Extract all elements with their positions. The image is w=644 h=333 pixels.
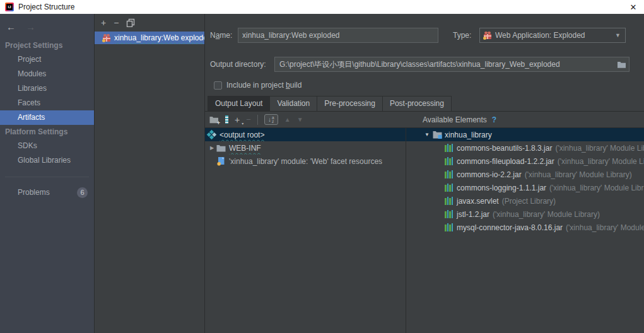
- library-icon: [445, 157, 453, 165]
- output-directory-label: Output directory:: [205, 60, 274, 69]
- close-icon[interactable]: ✕: [628, 1, 639, 13]
- section-platform-settings: Platform Settings: [0, 125, 94, 139]
- sidebar-item-problems[interactable]: Problems 6: [0, 185, 94, 200]
- include-in-build-label: Include in project build: [226, 81, 302, 90]
- jar-name: javax.servlet: [457, 197, 499, 206]
- sidebar-item-artifacts[interactable]: Artifacts: [0, 110, 94, 125]
- move-up-icon: ▲: [284, 116, 291, 123]
- jar-name: commons-beanutils-1.8.3.jar: [457, 144, 552, 153]
- forward-icon: →: [26, 21, 35, 32]
- chevron-right-icon[interactable]: ▶: [209, 145, 215, 151]
- jar-name: commons-fileupload-1.2.2.jar: [457, 157, 554, 166]
- tab-output-layout[interactable]: Output Layout: [208, 96, 270, 111]
- tree-row-module-root[interactable]: ▼ xinhua_library: [406, 128, 644, 141]
- facet-resources-label: 'xinhua_library' module: 'Web' facet res…: [229, 157, 382, 166]
- web-inf-label: WEB-INF: [229, 144, 261, 153]
- output-directory-field[interactable]: G:\project\毕设小项目\github\Library\classes\…: [274, 57, 629, 72]
- problems-label: Problems: [18, 188, 50, 197]
- artifact-type-gift-icon: [483, 31, 492, 40]
- available-item-6[interactable]: mysql-connector-java-8.0.16.jar ('xinhua…: [406, 221, 644, 234]
- tree-row-output-root[interactable]: <output root>: [205, 128, 406, 141]
- sidebar-item-modules[interactable]: Modules: [0, 67, 94, 81]
- sidebar-item-global-libraries[interactable]: Global Libraries: [0, 153, 94, 168]
- jar-name: commons-logging-1.1.1.jar: [457, 184, 546, 192]
- sidebar-divider: [5, 177, 89, 177]
- available-item-0[interactable]: commons-beanutils-1.8.3.jar ('xinhua_lib…: [406, 141, 644, 155]
- jar-detail: ('xinhua_library' Module Library): [525, 170, 632, 179]
- jar-detail: ('xinhua_library' Module Library): [549, 184, 644, 192]
- new-folder-icon[interactable]: +: [209, 115, 219, 124]
- available-elements-label: Available Elements: [423, 115, 487, 124]
- move-down-icon: ▼: [297, 116, 303, 123]
- available-elements-tree: ▼ xinhua_library commons-beanutils-1.8.3…: [406, 128, 644, 333]
- chevron-down-icon[interactable]: ▼: [424, 132, 430, 137]
- layout-toolbar: + +▾ − ↓ az ▲ ▼ Available Elements ?: [205, 112, 644, 128]
- combo-arrow-icon: ▼: [613, 32, 623, 38]
- library-icon: [445, 144, 453, 152]
- artifacts-list-panel: + − xinhua_library:Web exploded: [95, 14, 205, 333]
- module-root-label: xinhua_library: [445, 131, 492, 139]
- artifact-type-value: Web Application: Exploded: [495, 31, 613, 40]
- available-item-2[interactable]: commons-io-2.2.jar ('xinhua_library' Mod…: [406, 168, 644, 181]
- project-structure-dialog: IJ Project Structure ✕ ← → Project Setti…: [0, 0, 644, 333]
- library-icon: [445, 170, 453, 178]
- artifact-editor: Name: Type: Web Application: Exploded ▼ …: [205, 14, 644, 333]
- available-item-5[interactable]: jstl-1.2.jar ('xinhua_library' Module Li…: [406, 207, 644, 221]
- sidebar-item-libraries[interactable]: Libraries: [0, 81, 94, 96]
- browse-folder-icon[interactable]: [617, 61, 626, 69]
- jar-detail: ('xinhua_library' Module Library): [555, 144, 644, 153]
- jar-name: commons-io-2.2.jar: [457, 170, 522, 179]
- artifact-type-select[interactable]: Web Application: Exploded ▼: [479, 28, 626, 43]
- jar-detail: ('xinhua_library' Module Library): [558, 157, 644, 166]
- add-element-icon[interactable]: +▾: [235, 115, 240, 124]
- section-project-settings: Project Settings: [0, 38, 94, 52]
- editor-tabs: Output Layout Validation Pre-processing …: [205, 96, 644, 112]
- artifact-list-item[interactable]: xinhua_library:Web exploded: [95, 32, 204, 44]
- title-bar: IJ Project Structure ✕: [0, 0, 644, 14]
- artifact-item-label: xinhua_library:Web exploded: [114, 33, 204, 42]
- jar-name: jstl-1.2.jar: [457, 210, 489, 219]
- sidebar-item-project[interactable]: Project: [0, 52, 94, 67]
- type-label: Type:: [453, 31, 476, 40]
- tree-row-web-inf[interactable]: ▶ WEB-INF: [205, 141, 406, 155]
- output-root-icon: [207, 130, 217, 140]
- include-in-build-checkbox[interactable]: [214, 81, 222, 90]
- facet-resources-icon: [216, 156, 226, 166]
- library-icon: [445, 197, 453, 205]
- back-icon[interactable]: ←: [6, 21, 16, 32]
- output-directory-value: G:\project\毕设小项目\github\Library\classes\…: [279, 59, 617, 70]
- artifact-gift-icon: [102, 33, 111, 42]
- jar-name: mysql-connector-java-8.0.16.jar: [457, 223, 563, 232]
- add-artifact-icon[interactable]: +: [101, 18, 106, 27]
- tree-row-facet-resources[interactable]: 'xinhua_library' module: 'Web' facet res…: [205, 155, 406, 168]
- available-item-1[interactable]: commons-fileupload-1.2.2.jar ('xinhua_li…: [406, 155, 644, 168]
- name-label: Name:: [205, 31, 238, 40]
- toolbar-separator: [257, 115, 258, 125]
- jar-detail: (Project Library): [502, 197, 556, 206]
- library-icon: [445, 184, 453, 192]
- sidebar-item-sdks[interactable]: SDKs: [0, 139, 94, 153]
- output-layout-tree: <output root> ▶ WEB-INF 'xinhua_libr: [205, 128, 406, 333]
- create-archive-icon[interactable]: [225, 115, 228, 124]
- tab-post-processing[interactable]: Post-processing: [383, 96, 452, 111]
- tab-pre-processing[interactable]: Pre-processing: [317, 96, 383, 111]
- library-icon: [445, 210, 453, 218]
- remove-artifact-icon[interactable]: −: [114, 18, 119, 27]
- copy-artifact-icon[interactable]: [126, 18, 135, 27]
- available-elements-header: Available Elements ?: [423, 112, 496, 128]
- artifacts-toolbar: + −: [95, 14, 204, 32]
- problems-count-badge: 6: [77, 187, 88, 198]
- artifact-name-input[interactable]: [238, 28, 438, 43]
- sidebar-item-facets[interactable]: Facets: [0, 96, 94, 110]
- settings-sidebar: ← → Project Settings Project Modules Lib…: [0, 14, 95, 333]
- jar-detail: ('xinhua_library' Module Library): [566, 223, 644, 232]
- available-item-3[interactable]: commons-logging-1.1.1.jar ('xinhua_libra…: [406, 181, 644, 194]
- sort-elements-icon[interactable]: ↓ az: [264, 114, 278, 125]
- tab-validation[interactable]: Validation: [270, 96, 317, 111]
- help-icon[interactable]: ?: [492, 115, 496, 124]
- library-icon: [445, 223, 453, 231]
- available-item-4[interactable]: javax.servlet (Project Library): [406, 194, 644, 207]
- window-title: Project Structure: [18, 3, 74, 11]
- jar-detail: ('xinhua_library' Module Library): [493, 210, 600, 219]
- module-icon: [433, 131, 442, 139]
